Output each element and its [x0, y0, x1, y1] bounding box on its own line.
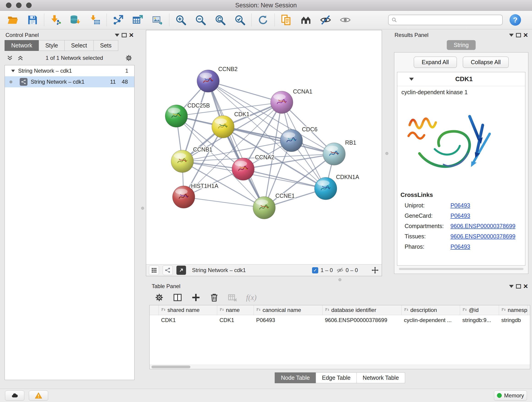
table-cell[interactable]: P06493 — [254, 315, 323, 325]
gene-collapse-icon[interactable] — [409, 78, 414, 81]
tab-style[interactable]: Style — [39, 40, 65, 51]
collapse-all-button[interactable]: Collapse All — [463, 57, 509, 68]
network-options-gear-icon[interactable] — [125, 54, 133, 62]
cloud-status-button[interactable] — [5, 390, 24, 401]
network-node[interactable]: CDC25B — [165, 102, 210, 127]
network-canvas[interactable]: CCNB2CCNA1CDC25BCDK1CDC6RB1CCNB1CCNA2CDK… — [146, 30, 382, 264]
crosslink-link[interactable]: 9606.ENSP00000378699 — [450, 233, 515, 240]
tab-network-table[interactable]: Network Table — [356, 372, 405, 383]
network-edge[interactable] — [223, 127, 334, 154]
crosslink-link[interactable]: P06493 — [450, 202, 470, 209]
table-column-header[interactable]: namespac — [499, 305, 528, 315]
table-cell[interactable]: cyclin-dependent ... — [402, 315, 460, 325]
results-scrollbar[interactable] — [399, 268, 524, 270]
first-neighbors-button[interactable] — [299, 13, 312, 26]
table-cell[interactable]: CDK1 — [217, 315, 254, 325]
panel-close-icon[interactable]: × — [523, 32, 528, 38]
birdseye-view-button[interactable] — [149, 265, 159, 275]
hide-selected-button[interactable] — [319, 13, 332, 26]
network-edge[interactable] — [243, 169, 326, 189]
panel-menu-icon[interactable] — [115, 34, 119, 37]
save-session-button[interactable] — [26, 13, 39, 26]
expand-all-button[interactable]: Expand All — [414, 57, 457, 68]
crosslink-link[interactable]: P06493 — [450, 212, 470, 219]
network-node[interactable]: RB1 — [323, 139, 356, 165]
tab-edge-table[interactable]: Edge Table — [316, 372, 357, 383]
network-row-selected[interactable]: String Network – cdk1 11 48 — [5, 76, 134, 87]
add-column-icon[interactable] — [191, 293, 201, 302]
search-input[interactable] — [399, 17, 500, 23]
gene-header[interactable]: CDK1 — [397, 72, 525, 86]
panel-menu-icon[interactable] — [509, 34, 514, 37]
table-cell[interactable]: stringdb — [499, 315, 528, 325]
network-node[interactable]: CCNA1 — [271, 88, 312, 114]
clone-network-button[interactable] — [280, 13, 293, 26]
scrollbar-thumb[interactable] — [152, 366, 190, 368]
table-cell[interactable]: 9606.ENSP00000378699 — [323, 315, 402, 325]
table-column-header[interactable]: database identifier — [323, 305, 402, 315]
panel-menu-icon[interactable] — [509, 285, 514, 288]
network-edge[interactable] — [184, 197, 264, 208]
panel-float-icon[interactable] — [516, 284, 521, 288]
crosslink-link[interactable]: P06493 — [450, 243, 470, 250]
network-node[interactable]: CDKN1A — [315, 174, 359, 200]
panel-close-icon[interactable]: × — [129, 32, 133, 38]
network-collection-row[interactable]: String Network – cdk1 1 — [5, 65, 134, 76]
network-edge[interactable] — [208, 81, 282, 102]
tree-collapse-icon[interactable] — [11, 70, 15, 72]
table-column-header[interactable]: shared name — [159, 305, 217, 315]
table-column-header[interactable]: canonical name — [254, 305, 323, 315]
zoom-selected-button[interactable] — [234, 13, 246, 26]
zoom-in-button[interactable] — [174, 13, 187, 26]
table-column-header[interactable]: @id — [460, 305, 499, 315]
table-options-gear-icon[interactable] — [154, 293, 164, 302]
zoom-out-button[interactable] — [194, 13, 207, 26]
table-row[interactable]: CDK1CDK1P064939606.ENSP00000378699cyclin… — [150, 315, 530, 325]
network-overview-button[interactable] — [163, 265, 173, 275]
window-close-button[interactable] — [6, 2, 12, 8]
import-table-from-file-button[interactable] — [89, 13, 101, 26]
show-columns-icon[interactable] — [173, 293, 182, 302]
window-minimize-button[interactable] — [16, 2, 22, 8]
sort-icon — [462, 307, 467, 313]
show-all-button[interactable] — [339, 13, 352, 26]
memory-button[interactable]: Memory — [494, 390, 527, 401]
collapse-all-icon[interactable] — [6, 55, 13, 61]
tab-select[interactable]: Select — [64, 40, 94, 51]
new-network-button[interactable] — [112, 13, 125, 26]
refresh-view-button[interactable] — [257, 13, 269, 26]
tab-network[interactable]: Network — [5, 40, 39, 51]
table-horizontal-scrollbar[interactable] — [150, 365, 530, 369]
table-column-header[interactable]: description — [402, 305, 460, 315]
crosslink-link[interactable]: 9606.ENSP00000378699 — [450, 223, 515, 230]
tab-node-table[interactable]: Node Table — [275, 372, 316, 383]
network-node[interactable]: CCNB1 — [171, 146, 212, 172]
network-node[interactable]: HIST1H1A — [172, 183, 218, 208]
panel-float-icon[interactable] — [516, 33, 521, 37]
detach-view-button[interactable] — [177, 266, 186, 275]
network-node[interactable]: CCNB2 — [197, 66, 238, 92]
warnings-button[interactable] — [29, 390, 48, 401]
delete-column-icon[interactable] — [209, 293, 219, 302]
panel-close-icon[interactable]: × — [523, 283, 528, 289]
import-network-from-database-button[interactable] — [69, 13, 82, 26]
toolbar-search[interactable] — [388, 15, 503, 25]
tab-sets[interactable]: Sets — [94, 40, 118, 51]
window-zoom-button[interactable] — [26, 2, 32, 8]
table-cell[interactable]: stringdb:9... — [460, 315, 499, 325]
right-splitter-handle[interactable] — [385, 152, 388, 155]
panel-float-icon[interactable] — [122, 33, 127, 37]
zoom-fit-button[interactable] — [214, 13, 227, 26]
tab-string[interactable]: String — [447, 40, 475, 50]
table-cell[interactable]: CDK1 — [159, 315, 217, 325]
export-table-button[interactable] — [132, 13, 144, 26]
export-image-button[interactable] — [151, 13, 164, 26]
table-column-header[interactable]: name — [217, 305, 254, 315]
help-button[interactable]: ? — [510, 14, 521, 26]
bottom-splitter-handle[interactable] — [338, 278, 341, 281]
left-splitter-handle[interactable] — [141, 207, 144, 210]
import-network-from-file-button[interactable] — [49, 13, 62, 26]
open-session-button[interactable] — [6, 13, 19, 26]
pan-crosshair-icon[interactable] — [371, 266, 379, 274]
expand-all-icon[interactable] — [17, 55, 24, 61]
